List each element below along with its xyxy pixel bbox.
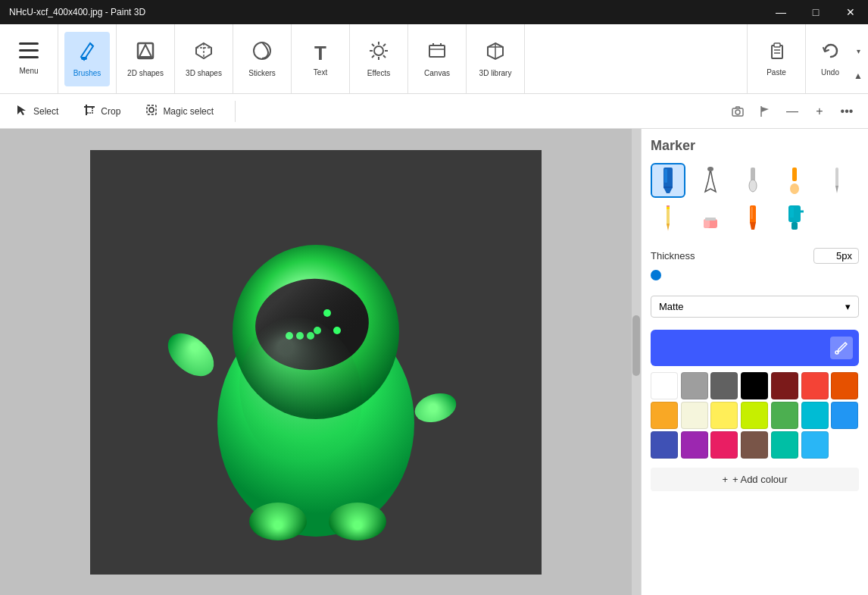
- thickness-row: Thickness 5px: [651, 248, 859, 264]
- close-button[interactable]: ✕: [833, 0, 868, 24]
- stickers-section: Stickers: [233, 24, 292, 93]
- color-cell[interactable]: [831, 372, 858, 399]
- svg-line-12: [372, 44, 374, 46]
- camera-button[interactable]: [726, 99, 750, 124]
- color-cell[interactable]: [681, 431, 708, 459]
- canvas-button[interactable]: Canvas: [414, 32, 460, 86]
- minimize-button[interactable]: —: [763, 0, 798, 24]
- undo-section: Undo ▾ ▲: [805, 24, 868, 93]
- magic-select-button[interactable]: Magic select: [139, 100, 220, 123]
- stickers-button[interactable]: Stickers: [239, 32, 285, 86]
- brushes-icon: [76, 40, 98, 66]
- main-content: Marker: [0, 129, 868, 595]
- crop-button[interactable]: Crop: [76, 100, 126, 123]
- color-cell[interactable]: [681, 402, 708, 429]
- svg-rect-53: [705, 218, 716, 221]
- svg-rect-50: [667, 207, 670, 209]
- 2dshapes-button[interactable]: 2D shapes: [123, 32, 168, 86]
- brushes-label: Brushes: [73, 69, 101, 77]
- effects-button[interactable]: Effects: [356, 32, 401, 86]
- color-swatch[interactable]: [651, 330, 859, 366]
- color-cell[interactable]: [681, 372, 708, 399]
- brush-spray[interactable]: [777, 201, 812, 236]
- color-cell[interactable]: [651, 372, 678, 399]
- canvas-section: Canvas: [408, 24, 467, 93]
- effects-icon: [368, 40, 389, 66]
- svg-rect-36: [664, 169, 667, 183]
- brush-oil[interactable]: [735, 163, 770, 198]
- brush-highlighter[interactable]: [735, 201, 770, 236]
- flag-button[interactable]: [753, 99, 777, 124]
- color-cell[interactable]: [771, 431, 798, 459]
- drawing-canvas[interactable]: [90, 150, 542, 575]
- collapse-button[interactable]: ▲: [851, 68, 865, 83]
- maximize-button[interactable]: □: [798, 0, 833, 24]
- 2dshapes-section: 2D shapes: [117, 24, 175, 93]
- minus-button[interactable]: —: [780, 99, 804, 124]
- eyedropper-button[interactable]: [830, 337, 853, 359]
- thickness-value[interactable]: 5px: [813, 248, 859, 264]
- svg-point-40: [749, 180, 757, 192]
- canvas-area[interactable]: [0, 129, 632, 595]
- color-cell[interactable]: [651, 431, 678, 459]
- paste-button[interactable]: Paste: [754, 32, 799, 86]
- plus-button[interactable]: +: [807, 99, 832, 124]
- color-cell[interactable]: [801, 372, 829, 399]
- add-colour-label: + Add colour: [732, 474, 788, 485]
- color-cell[interactable]: [831, 402, 858, 429]
- 3dshapes-button[interactable]: 3D shapes: [181, 32, 226, 86]
- 3dlibrary-label: 3D library: [479, 69, 512, 77]
- brush-pen[interactable]: [820, 163, 854, 198]
- opacity-label: Matte: [659, 301, 684, 312]
- brush-pencil[interactable]: [651, 201, 685, 236]
- brush-marker[interactable]: [651, 163, 685, 198]
- svg-rect-29: [147, 105, 156, 114]
- undo-dropdown[interactable]: ▾: [851, 35, 865, 68]
- svg-rect-44: [835, 168, 838, 187]
- more-button[interactable]: •••: [835, 99, 859, 124]
- titlebar-controls: — □ ✕: [763, 0, 868, 24]
- text-button[interactable]: T Text: [298, 32, 343, 86]
- thickness-slider-row: [651, 270, 859, 283]
- color-cell[interactable]: [801, 402, 829, 429]
- subtoolbar-actions: — + •••: [726, 99, 859, 124]
- svg-point-7: [374, 46, 383, 55]
- color-cell[interactable]: [741, 431, 768, 459]
- color-cell[interactable]: [710, 372, 738, 399]
- brushes-button[interactable]: Brushes: [64, 32, 110, 86]
- 3dlibrary-button[interactable]: 3D library: [473, 32, 518, 86]
- brush-calligraphy[interactable]: [693, 163, 728, 198]
- brush-watercolor[interactable]: [777, 163, 812, 198]
- add-colour-button[interactable]: + + Add colour: [651, 468, 859, 491]
- color-palette: [651, 372, 859, 459]
- scroll-thumb[interactable]: [632, 315, 640, 376]
- color-cell[interactable]: [801, 431, 829, 459]
- right-panel: Marker: [641, 129, 868, 595]
- select-button[interactable]: Select: [9, 100, 64, 123]
- brushes-section: Brushes: [58, 24, 117, 93]
- color-cell[interactable]: [771, 372, 798, 399]
- svg-rect-1: [19, 49, 39, 52]
- svg-rect-3: [81, 57, 87, 60]
- color-cell[interactable]: [710, 431, 738, 459]
- svg-marker-48: [667, 224, 670, 231]
- 3dshapes-section: 3D shapes: [175, 24, 233, 93]
- undo-button[interactable]: Undo: [809, 32, 851, 86]
- svg-marker-5: [139, 45, 151, 57]
- color-cell[interactable]: [771, 402, 798, 429]
- brush-eraser[interactable]: [693, 201, 728, 236]
- menu-button[interactable]: Menu: [6, 32, 52, 86]
- 3dlibrary-icon: [485, 40, 506, 66]
- color-cell[interactable]: [710, 402, 738, 429]
- 3dshapes-icon: [193, 40, 214, 66]
- svg-line-15: [372, 55, 374, 58]
- svg-rect-2: [19, 56, 39, 58]
- color-cell[interactable]: [741, 372, 768, 399]
- 3dlibrary-section: 3D library: [467, 24, 525, 93]
- select-label: Select: [33, 106, 58, 117]
- color-cell[interactable]: [651, 402, 678, 429]
- stickers-icon: [251, 40, 273, 66]
- opacity-dropdown[interactable]: Matte ▾: [651, 296, 859, 318]
- scrollbar[interactable]: [632, 129, 641, 595]
- color-cell[interactable]: [741, 402, 768, 429]
